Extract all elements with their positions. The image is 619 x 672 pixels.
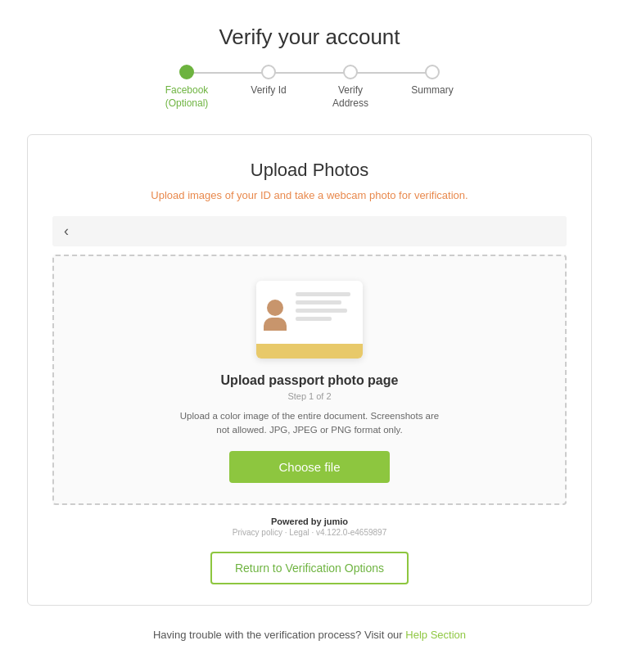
step-line-1 [187,72,269,74]
step-facebook: Facebook(Optional) [146,65,228,110]
person-body [264,318,287,331]
footer: Having trouble with the verification pro… [153,629,466,641]
step-line-2 [269,72,350,74]
powered-by: Powered by jumio [271,516,348,526]
step-line-3 [350,72,432,74]
help-section-link[interactable]: Help Section [405,629,466,641]
step-label-summary: Summary [411,84,453,97]
passport-line-4 [296,317,332,321]
back-icon[interactable]: ‹ [64,223,69,240]
page-title: Verify your account [219,25,400,50]
step-circle-verify-address [343,65,358,79]
step-label: Step 1 of 2 [287,391,331,401]
return-button[interactable]: Return to Verification Options [210,552,409,584]
passport-illustration [256,281,363,359]
step-circle-verify-id [261,65,276,79]
passport-line-2 [296,300,341,304]
footer-text-prefix: Having trouble with the verification pro… [153,629,405,641]
doc-title: Upload passport photo page [221,373,399,388]
upload-instructions: Upload a color image of the entire docum… [178,409,441,438]
powered-by-prefix: Powered by [271,516,324,526]
main-card: Upload Photos Upload images of your ID a… [27,134,592,606]
passport-bottom-strip [256,344,363,359]
passport-line-1 [296,292,350,296]
choose-file-button[interactable]: Choose file [229,451,389,483]
upload-subtitle: Upload images of your ID and take a webc… [151,189,468,201]
progress-steps: Facebook(Optional) Verify Id VerifyAddre… [146,65,473,110]
upload-title: Upload Photos [251,160,368,181]
step-label-verify-address: VerifyAddress [332,84,368,110]
step-summary: Summary [391,65,473,97]
person-head [267,300,283,316]
jumio-brand: jumio [324,516,348,526]
step-label-facebook: Facebook(Optional) [165,84,209,110]
privacy-links: Privacy policy · Legal · v4.122.0-e46598… [233,528,386,537]
step-label-verify-id: Verify Id [251,84,286,97]
passport-line-3 [296,309,347,313]
step-verify-id: Verify Id [228,65,310,97]
step-circle-facebook [179,65,194,79]
nav-bar: ‹ [52,216,567,246]
upload-area: Upload passport photo page Step 1 of 2 U… [52,255,567,505]
step-circle-summary [425,65,440,79]
